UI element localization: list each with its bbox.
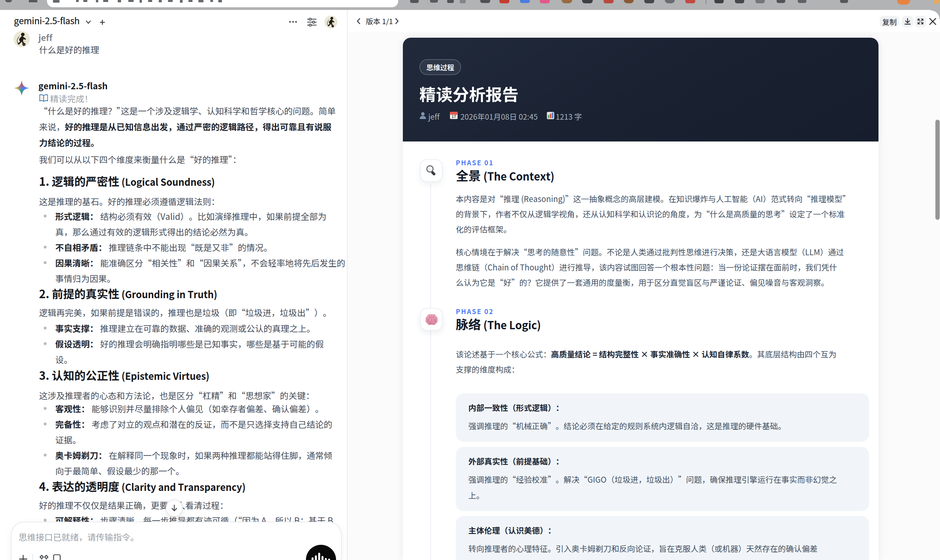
svg-text:17: 17 [452, 114, 456, 119]
